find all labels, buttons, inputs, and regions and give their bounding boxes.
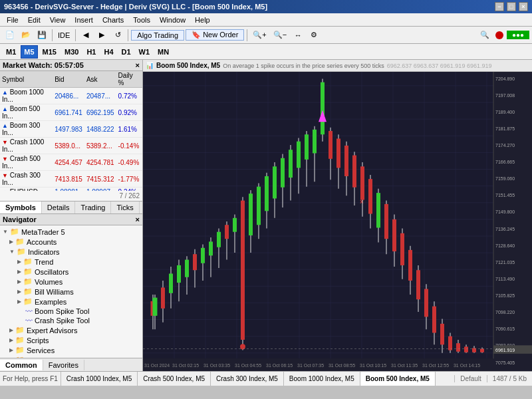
- nav-label: MetaTrader 5: [21, 228, 65, 236]
- zoom-out-button[interactable]: 🔍−: [271, 28, 289, 43]
- nav-item-accounts[interactable]: ▶ 📁 Accounts: [1, 237, 141, 247]
- svg-rect-61: [265, 176, 269, 211]
- nav-tab-favorites[interactable]: Favorites: [43, 360, 84, 370]
- menu-tools[interactable]: Tools: [129, 15, 154, 25]
- nav-tab-common[interactable]: Common: [0, 360, 43, 370]
- algo-trading-button[interactable]: Algo Trading: [131, 30, 184, 41]
- ide-button[interactable]: IDE: [55, 28, 72, 43]
- status-tab-crash500[interactable]: Crash 500 Index, M5: [138, 372, 211, 386]
- status-tab-boom1000[interactable]: Boom 1000 Index, M5: [284, 372, 360, 386]
- menu-file[interactable]: File: [3, 15, 23, 25]
- symbol-name: ▼ Crash 500 In...: [0, 154, 53, 171]
- market-watch-footer: 7 / 262: [0, 191, 142, 201]
- status-tab-crash1000[interactable]: Crash 1000 Index, M5: [61, 372, 138, 386]
- market-watch-row[interactable]: ▼ Crash 1000 In... 5389.0... 5389.2... -…: [0, 138, 142, 154]
- nav-item-bill-williams[interactable]: ▶ 📁 Bill Williams: [1, 287, 141, 297]
- menu-charts[interactable]: Charts: [98, 15, 128, 25]
- save-button[interactable]: 💾: [35, 28, 49, 43]
- window-controls[interactable]: − □ ×: [495, 2, 528, 11]
- market-watch-row[interactable]: ▲ Boom 500 In... 6961.741 6962.195 0.92%: [0, 104, 142, 121]
- period-h1[interactable]: H1: [83, 45, 99, 59]
- period-m30[interactable]: M30: [61, 45, 82, 59]
- col-symbol: Symbol: [0, 71, 53, 88]
- navigator-bottom-tabs: Common Favorites: [0, 358, 142, 371]
- nav-item-crash-spike-tool[interactable]: 〰 Crash Spike Tool: [1, 316, 141, 325]
- market-watch-row[interactable]: ▲ Boom 300 In... 1497.983 1488.222 1.61%: [0, 121, 142, 138]
- svg-text:31 Oct 12:55: 31 Oct 12:55: [422, 363, 449, 368]
- nav-item-scripts[interactable]: ▶ 📁 Scripts: [1, 335, 141, 345]
- symbol-daily: -0.49%: [116, 154, 142, 171]
- chart-canvas[interactable]: ×: [143, 72, 532, 371]
- title-bar: 963456 - DerivSVG-Server - Hedge | Deriv…: [0, 0, 532, 13]
- period-d1[interactable]: D1: [118, 45, 134, 59]
- menu-insert[interactable]: Insert: [70, 15, 97, 25]
- svg-rect-57: [249, 194, 253, 235]
- zoom-in-button[interactable]: 🔍+: [250, 28, 269, 43]
- minimize-button[interactable]: −: [495, 2, 504, 11]
- svg-text:31 Oct 06:15: 31 Oct 06:15: [266, 363, 293, 368]
- navigator-close[interactable]: ×: [136, 215, 140, 223]
- svg-text:31 Oct 10:15: 31 Oct 10:15: [360, 363, 386, 368]
- chart-scroll-button[interactable]: ↔: [291, 28, 305, 43]
- title-text: 963456 - DerivSVG-Server - Hedge | Deriv…: [4, 3, 267, 11]
- svg-rect-63: [273, 166, 277, 198]
- properties-button[interactable]: ⚙: [307, 28, 321, 43]
- nav-item-indicators[interactable]: ▼ 📁 Indicators: [1, 247, 141, 257]
- forward-button[interactable]: ▶: [94, 28, 109, 43]
- nav-item-services[interactable]: ▶ 📁 Services: [1, 345, 141, 355]
- svg-rect-54: [241, 201, 245, 340]
- period-m1[interactable]: M1: [3, 45, 19, 59]
- nav-item-metatrader-5[interactable]: ▼ 📁 MetaTrader 5: [1, 227, 141, 237]
- svg-text:7166.665: 7166.665: [495, 160, 515, 165]
- nav-label: Examples: [35, 298, 66, 306]
- chart-icon: 📊: [146, 62, 154, 69]
- tab-details[interactable]: Details: [42, 201, 76, 213]
- symbol-ask: 20487...: [84, 88, 116, 104]
- back-button[interactable]: ◀: [78, 28, 93, 43]
- svg-text:31 Oct 2024: 31 Oct 2024: [144, 363, 170, 368]
- maximize-button[interactable]: □: [507, 2, 516, 11]
- nav-item-expert-advisors[interactable]: ▶ 📁 Expert Advisors: [1, 325, 141, 335]
- symbol-name: ▲ Boom 500 In...: [0, 104, 53, 121]
- tab-symbols[interactable]: Symbols: [0, 201, 42, 213]
- nav-item-examples[interactable]: ▶ 📁 Examples: [1, 297, 141, 307]
- svg-rect-73: [313, 130, 317, 154]
- open-button[interactable]: 📂: [19, 28, 33, 43]
- status-tab-boom500[interactable]: Boom 500 Index, M5: [360, 372, 436, 386]
- close-button[interactable]: ×: [519, 2, 528, 11]
- market-watch-row[interactable]: ▼ Crash 500 In... 4254.457 4254.781 -0.4…: [0, 154, 142, 171]
- new-order-button[interactable]: 🔖 New Order: [186, 29, 244, 41]
- search-button[interactable]: 🔍: [477, 28, 492, 43]
- svg-text:31 Oct 02:15: 31 Oct 02:15: [172, 363, 199, 368]
- svg-rect-107: [440, 324, 444, 344]
- menu-help[interactable]: Help: [191, 15, 214, 25]
- period-m5[interactable]: M5: [21, 45, 37, 59]
- market-watch-row[interactable]: ▲ Boom 1000 In... 20486... 20487... 0.72…: [0, 88, 142, 104]
- svg-rect-48: [217, 232, 221, 247]
- svg-rect-34: [161, 287, 165, 308]
- chart-prices: 6962.637 6963.637 6961.919 6961.919: [387, 63, 492, 69]
- refresh-button[interactable]: ↺: [110, 28, 125, 43]
- svg-text:7159.060: 7159.060: [495, 176, 515, 182]
- tab-ticks[interactable]: Ticks: [111, 201, 139, 213]
- nav-item-trend[interactable]: ▶ 📁 Trend: [1, 257, 141, 267]
- period-mn[interactable]: MN: [154, 45, 172, 59]
- chart-area: 📊 Boom 500 Index, M5 On average 1 spike …: [143, 60, 532, 371]
- svg-text:31 Oct 03:35: 31 Oct 03:35: [203, 363, 230, 368]
- new-chart-button[interactable]: 📄: [3, 28, 17, 43]
- menu-edit[interactable]: Edit: [24, 15, 45, 25]
- nav-item-volumes[interactable]: ▶ 📁 Volumes: [1, 277, 141, 287]
- market-watch-row[interactable]: ▼ Crash 300 In... 7413.815 7415.312 -1.7…: [0, 171, 142, 188]
- nav-item-boom-spike-tool[interactable]: 〰 Boom Spike Tool: [1, 307, 141, 316]
- status-tab-crash300[interactable]: Crash 300 Index, M5: [211, 372, 284, 386]
- period-w1[interactable]: W1: [136, 45, 154, 59]
- tab-trading[interactable]: Trading: [75, 201, 111, 213]
- nav-item-oscillators[interactable]: ▶ 📁 Oscillators: [1, 267, 141, 277]
- period-h4[interactable]: H4: [100, 45, 116, 59]
- period-m15[interactable]: M15: [39, 45, 60, 59]
- symbol-bid: 6961.741: [53, 104, 84, 121]
- menu-window[interactable]: Window: [156, 15, 190, 25]
- symbol-ask: 1488.222: [84, 121, 116, 138]
- menu-view[interactable]: View: [46, 15, 70, 25]
- market-watch-close[interactable]: ×: [136, 61, 140, 69]
